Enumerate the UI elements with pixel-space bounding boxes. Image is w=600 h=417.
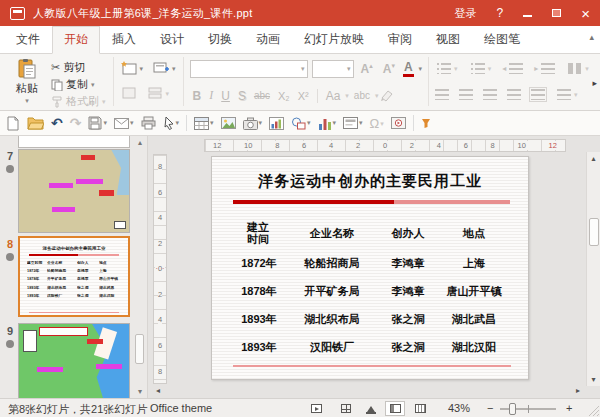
align-right-button[interactable] xyxy=(483,89,497,100)
line-spacing-button[interactable]: ▾ xyxy=(555,88,580,101)
tab-开始[interactable]: 开始 xyxy=(52,26,100,54)
table-cell[interactable]: 汉阳铁厂 xyxy=(286,333,378,361)
text-shadow-button[interactable]: S xyxy=(235,89,249,103)
shrink-font-button[interactable]: A▾ xyxy=(380,62,398,76)
table-cell[interactable]: 1878年 xyxy=(232,277,286,305)
new-slide-button[interactable]: ▾ xyxy=(119,60,146,78)
table-cell[interactable]: 开平矿务局 xyxy=(286,277,378,305)
columns-button[interactable]: ▾ xyxy=(566,62,591,75)
bold-button[interactable]: B xyxy=(190,89,205,103)
maximize-button[interactable] xyxy=(552,7,561,19)
slide-6-thumbnail-partial[interactable] xyxy=(18,136,130,148)
table-cell[interactable]: 轮船招商局 xyxy=(286,249,378,277)
presenter-view-button[interactable] xyxy=(361,401,381,416)
tab-设计[interactable]: 设计 xyxy=(148,26,196,54)
table-cell[interactable]: 湖北武昌 xyxy=(438,305,510,333)
new-file-button[interactable] xyxy=(6,116,20,131)
table-cell[interactable]: 唐山开平镇 xyxy=(438,277,510,305)
change-case-button[interactable]: Aa xyxy=(323,89,344,103)
tab-切换[interactable]: 切换 xyxy=(196,26,244,54)
resize-grip[interactable] xyxy=(589,406,599,416)
table-cell[interactable]: 上海 xyxy=(438,249,510,277)
align-left-button[interactable] xyxy=(435,89,449,100)
ribbon-expand-button[interactable]: ▸ xyxy=(592,78,597,88)
vertical-scrollbar[interactable]: ▴ ▾ xyxy=(586,152,600,386)
scroll-right-icon[interactable]: ▸ xyxy=(576,386,580,395)
scroll-down-icon[interactable]: ▾ xyxy=(587,375,600,384)
format-painter-button[interactable]: 格式刷 ▾ xyxy=(49,93,108,110)
scroll-left-icon[interactable]: ◂ xyxy=(156,386,160,395)
tab-文件[interactable]: 文件 xyxy=(4,26,52,54)
slide-7-thumbnail-map[interactable] xyxy=(18,149,130,233)
slide-9-thumbnail-map[interactable] xyxy=(18,323,130,401)
save-button[interactable]: ▾ xyxy=(88,116,107,130)
table-header-cell[interactable]: 建立时间 xyxy=(232,217,286,249)
reading-view-button[interactable] xyxy=(410,401,430,416)
slide-sorter-view-button[interactable] xyxy=(336,401,356,416)
panel-scroll-up-icon[interactable]: ▴ xyxy=(134,138,146,147)
copy-button[interactable]: 复制 ▾ xyxy=(49,76,108,93)
section-button[interactable]: ▾ xyxy=(145,85,172,103)
numbering-button[interactable]: ▾ xyxy=(469,62,494,75)
tab-视图[interactable]: 视图 xyxy=(424,26,472,54)
font-color-button[interactable]: A xyxy=(402,60,415,78)
insert-text-box-button[interactable]: ▾ xyxy=(343,117,363,129)
table-cell[interactable]: 李鸿章 xyxy=(378,277,438,305)
insert-shapes-button[interactable]: ▾ xyxy=(291,117,311,130)
table-cell[interactable]: 张之洞 xyxy=(378,333,438,361)
slide-canvas[interactable]: 洋务运动中创办的主要民用工业 建立时间企业名称创办人地点1872年轮船招商局李鸿… xyxy=(211,156,529,380)
select-tool-button[interactable]: ▾ xyxy=(163,116,180,130)
table-header-cell[interactable]: 创办人 xyxy=(378,217,438,249)
paste-button[interactable]: 粘贴 ▾ xyxy=(9,57,45,106)
table-cell[interactable]: 1893年 xyxy=(232,333,286,361)
vertical-scroll-thumb[interactable] xyxy=(589,218,599,246)
insert-symbol-button[interactable]: Ω▾ xyxy=(370,117,384,130)
minimize-button[interactable] xyxy=(523,7,532,19)
insert-bar-chart-button[interactable]: ▾ xyxy=(318,117,337,130)
font-name-combobox[interactable]: ▾ xyxy=(190,60,308,78)
collapse-ribbon-icon[interactable]: ▴ xyxy=(589,32,594,42)
zoom-in-button[interactable]: + xyxy=(566,402,572,414)
table-header-cell[interactable]: 企业名称 xyxy=(286,217,378,249)
decrease-indent-button[interactable]: ◂ xyxy=(502,62,525,75)
table-cell[interactable]: 湖北织布局 xyxy=(286,305,378,333)
grow-font-button[interactable]: A▴ xyxy=(358,62,376,76)
reset-slide-button[interactable] xyxy=(119,85,139,103)
insert-picture-button[interactable] xyxy=(221,117,236,129)
close-button[interactable]: × xyxy=(581,6,590,21)
distribute-button[interactable] xyxy=(531,89,545,100)
panel-scroll-thumb[interactable] xyxy=(135,334,144,364)
subscript-button[interactable]: X₂ xyxy=(275,90,293,102)
open-file-button[interactable] xyxy=(27,116,44,130)
justify-button[interactable] xyxy=(507,89,521,100)
scroll-up-icon[interactable]: ▴ xyxy=(587,154,600,163)
table-header-cell[interactable]: 地点 xyxy=(438,217,510,249)
table-cell[interactable]: 1893年 xyxy=(232,305,286,333)
screenshot-button[interactable]: ▾ xyxy=(243,117,263,130)
tab-幻灯片放映[interactable]: 幻灯片放映 xyxy=(292,26,376,54)
mail-button[interactable]: ▾ xyxy=(114,118,134,129)
tab-插入[interactable]: 插入 xyxy=(100,26,148,54)
normal-view-button[interactable] xyxy=(385,401,405,416)
character-spacing-button[interactable]: abc xyxy=(351,90,373,101)
help-button[interactable]: ? xyxy=(497,7,504,19)
tab-绘图笔[interactable]: 绘图笔 xyxy=(472,26,532,54)
align-center-button[interactable] xyxy=(459,89,473,100)
table-cell[interactable]: 1872年 xyxy=(232,249,286,277)
slide-table[interactable]: 建立时间企业名称创办人地点1872年轮船招商局李鸿章上海1878年开平矿务局李鸿… xyxy=(232,217,510,361)
increase-indent-button[interactable]: ▸ xyxy=(534,62,557,75)
table-cell[interactable]: 湖北汉阳 xyxy=(438,333,510,361)
insert-table-button[interactable]: ▾ xyxy=(194,117,214,130)
zoom-slider-thumb[interactable] xyxy=(509,403,516,415)
panel-scroll-down-icon[interactable]: ▾ xyxy=(134,387,146,396)
insert-chart-button[interactable] xyxy=(269,117,284,130)
horizontal-scrollbar[interactable]: ◂ ▸ xyxy=(148,386,600,398)
login-button[interactable]: 登录 xyxy=(455,6,477,21)
bullets-button[interactable]: ▾ xyxy=(435,62,460,75)
slide-panel-scrollbar[interactable]: ▴ ▾ xyxy=(134,136,146,398)
tab-审阅[interactable]: 审阅 xyxy=(376,26,424,54)
slideshow-view-button[interactable] xyxy=(306,401,326,416)
table-cell[interactable]: 李鸿章 xyxy=(378,249,438,277)
highlight-button[interactable] xyxy=(380,89,394,102)
pin-button[interactable] xyxy=(421,118,431,129)
